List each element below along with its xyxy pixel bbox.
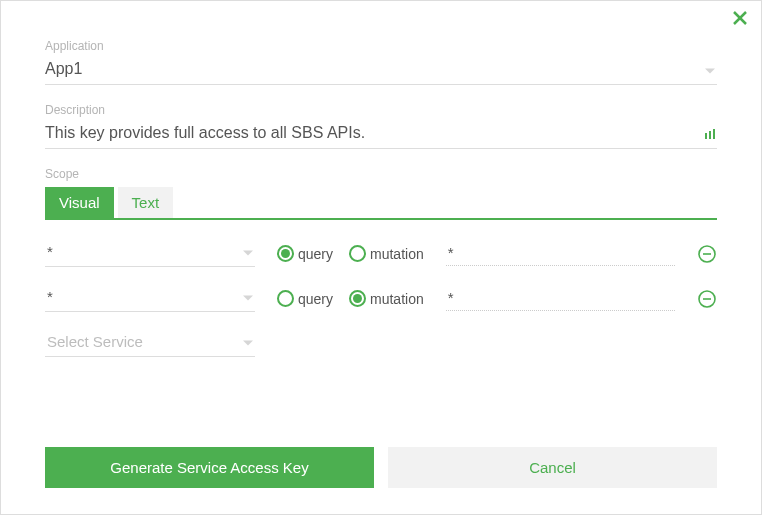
description-field: Description This key provides full acces… [45,103,717,149]
radio-mutation[interactable]: mutation [349,245,424,262]
create-service-key-dialog: Application App1 Description This key pr… [1,1,761,514]
remove-row-button[interactable] [697,289,717,309]
scope-row: * query mutation * [45,240,717,267]
scope-field: Scope Visual Text * query [45,167,717,357]
chevron-down-icon [705,68,715,73]
remove-row-button[interactable] [697,244,717,264]
radio-mutation-label: mutation [370,246,424,262]
description-value: This key provides full access to all SBS… [45,124,365,141]
tab-visual[interactable]: Visual [45,187,114,218]
radio-icon [277,245,294,262]
radio-icon [349,290,366,307]
application-label: Application [45,39,717,53]
radio-query-label: query [298,291,333,307]
radio-icon [349,245,366,262]
application-select[interactable]: App1 [45,57,717,85]
radio-query[interactable]: query [277,290,333,307]
scope-row: * query mutation * [45,285,717,312]
generate-button[interactable]: Generate Service Access Key [45,447,374,488]
service-placeholder: Select Service [47,333,143,350]
radio-icon [277,290,294,307]
application-value: App1 [45,60,82,77]
operation-radio-group: query mutation [277,245,424,262]
radio-query[interactable]: query [277,245,333,262]
radio-query-label: query [298,246,333,262]
scope-label: Scope [45,167,717,181]
edit-icon[interactable] [703,125,717,143]
chevron-down-icon [243,251,253,256]
application-field: Application App1 [45,39,717,85]
scope-tabs: Visual Text [45,187,717,220]
service-select[interactable]: * [45,285,255,312]
description-input[interactable]: This key provides full access to all SBS… [45,121,717,149]
service-value: * [47,288,53,305]
service-value: * [47,243,53,260]
radio-mutation-label: mutation [370,291,424,307]
radio-mutation[interactable]: mutation [349,290,424,307]
service-select[interactable]: * [45,240,255,267]
dialog-footer: Generate Service Access Key Cancel [45,447,717,488]
chevron-down-icon [243,341,253,346]
service-select-add[interactable]: Select Service [45,330,255,357]
tab-text[interactable]: Text [118,187,174,218]
method-input[interactable]: * [446,286,675,311]
chevron-down-icon [243,296,253,301]
cancel-button[interactable]: Cancel [388,447,717,488]
scope-row-add: Select Service [45,330,717,357]
method-value: * [448,244,454,261]
description-label: Description [45,103,717,117]
scope-rows: * query mutation * [45,240,717,357]
operation-radio-group: query mutation [277,290,424,307]
method-input[interactable]: * [446,241,675,266]
method-value: * [448,289,454,306]
close-icon[interactable] [731,9,749,31]
